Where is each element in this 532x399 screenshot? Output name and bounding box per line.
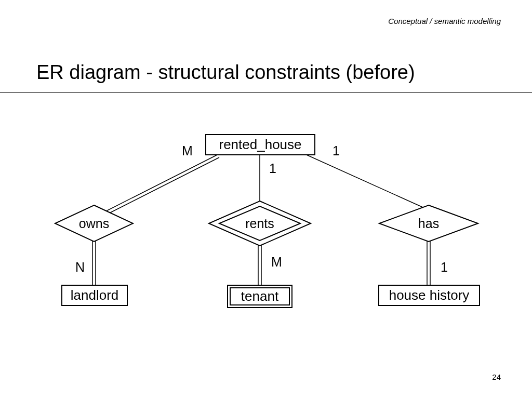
entity-landlord: landlord: [61, 285, 128, 306]
er-diagram: owns rents has rented_house landlord ten…: [0, 0, 532, 399]
entity-house-history: house history: [378, 285, 480, 306]
edge-rentedhouse-owns-a: [94, 154, 218, 217]
entity-tenant: tenant: [227, 285, 292, 308]
edge-rentedhouse-has: [307, 155, 429, 210]
edge-rentedhouse-owns-b: [95, 157, 219, 220]
relationship-rents-label: rents: [245, 216, 274, 231]
entity-rented-house: rented_house: [205, 134, 315, 155]
entity-landlord-label: landlord: [62, 286, 127, 305]
cardinality-rents-top: 1: [269, 161, 276, 176]
cardinality-rents-bottom: M: [271, 255, 282, 270]
cardinality-owns-bottom: N: [75, 260, 85, 275]
entity-house-history-label: house history: [379, 286, 479, 305]
entity-rented-house-label: rented_house: [206, 135, 314, 154]
relationship-owns-label: owns: [79, 216, 109, 231]
diagram-svg: owns rents has: [0, 0, 532, 399]
cardinality-has-bottom: 1: [441, 260, 448, 275]
cardinality-has-top: 1: [332, 143, 340, 158]
entity-tenant-label: tenant: [231, 288, 289, 304]
relationship-has-label: has: [418, 216, 439, 231]
cardinality-owns-top: M: [182, 143, 193, 158]
